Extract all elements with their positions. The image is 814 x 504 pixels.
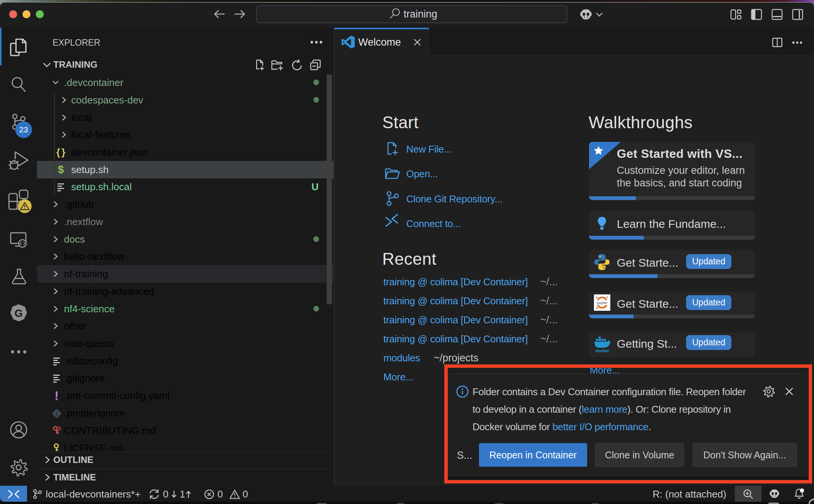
svg-text:docker: docker xyxy=(595,348,610,353)
svg-text:jupyter: jupyter xyxy=(596,300,608,305)
svg-text:G: G xyxy=(14,307,23,319)
